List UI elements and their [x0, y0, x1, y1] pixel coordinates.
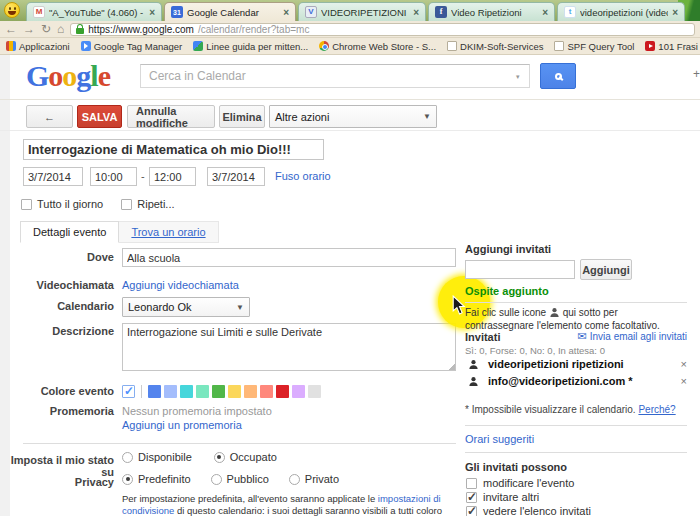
youtube-icon [645, 41, 655, 51]
color-swatch[interactable] [244, 385, 257, 398]
show-me-as-label: Imposta il mio stato su [0, 454, 114, 478]
remove-guest-icon[interactable]: × [681, 375, 687, 387]
guest-name: info@videoripetizioni.com * [488, 375, 672, 387]
perm-invite-checkbox[interactable]: invitare altri [466, 491, 539, 503]
color-swatch[interactable] [260, 385, 273, 398]
repeat-checkbox[interactable]: Ripeti... [121, 198, 174, 210]
apps-grid-icon [6, 41, 16, 51]
forward-icon[interactable]: → [23, 23, 35, 35]
calendar-select[interactable]: Leonardo Ok▼ [122, 297, 250, 317]
tab-close-icon[interactable]: × [283, 7, 289, 18]
color-swatch[interactable] [212, 385, 225, 398]
facebook-favicon-icon: f [435, 6, 447, 18]
event-tabs: Dettagli evento Trova un orario [20, 221, 219, 243]
checkbox-icon [121, 199, 132, 210]
tab-event-details[interactable]: Dettagli evento [20, 221, 119, 243]
event-color-palette [148, 385, 321, 398]
browser-tab-google-calendar[interactable]: 31 Google Calendar × [164, 2, 296, 21]
back-icon[interactable]: ← [5, 23, 17, 35]
why-link[interactable]: Perché? [638, 404, 675, 415]
color-swatch[interactable] [164, 385, 177, 398]
add-guest-input[interactable] [465, 260, 575, 279]
calendar-favicon-icon: 31 [171, 6, 183, 18]
search-input[interactable] [140, 64, 530, 88]
color-swatch[interactable] [180, 385, 193, 398]
guests-can-title: Gli invitati possono [465, 461, 567, 473]
bookmark-101-frasi[interactable]: 101 Frasi Motivazionali... [645, 41, 700, 52]
description-textarea[interactable]: Interrogazione sui Limiti e sulle Deriva… [122, 323, 456, 371]
mail-favicon-icon: M [33, 6, 45, 18]
perm-see-list-checkbox[interactable]: vedere l'elenco invitati [466, 505, 591, 516]
checkbox-icon [466, 492, 477, 503]
email-guests-link[interactable]: ✉Invia email agli invitati [578, 330, 687, 343]
search-button[interactable] [540, 63, 576, 89]
color-swatch[interactable] [276, 385, 289, 398]
event-color-label: Colore evento [0, 385, 114, 397]
radio-disponibile[interactable]: Disponibile [122, 451, 192, 463]
tab-find-time[interactable]: Trova un orario [119, 221, 218, 243]
suggested-times-link[interactable]: Orari suggeriti [465, 433, 534, 445]
tab-close-icon[interactable]: × [413, 7, 419, 18]
add-reminder-link[interactable]: Aggiungi un promemoria [122, 419, 242, 431]
bookmark-dkim[interactable]: DKIM-Soft-Services [447, 41, 543, 52]
checkbox-icon [466, 506, 477, 516]
browser-tab-twitter[interactable]: t videoripetizioni (videorip) su × [557, 2, 685, 21]
bookmark-google-tag-manager[interactable]: Google Tag Manager [81, 41, 183, 52]
save-button[interactable]: SALVA [77, 105, 122, 128]
bookmark-applicazioni[interactable]: Applicazioni [6, 41, 70, 52]
tab-close-icon[interactable]: × [542, 7, 548, 18]
start-date-input[interactable] [23, 167, 83, 186]
radio-pubblico[interactable]: Pubblico [211, 473, 269, 485]
all-day-checkbox[interactable]: Tutto il giorno [21, 198, 103, 210]
person-icon[interactable] [468, 359, 479, 370]
bookmark-spf[interactable]: SPF Query Tool [554, 41, 634, 52]
home-icon[interactable]: ⌂ [57, 23, 64, 35]
delete-button[interactable]: Elimina [219, 105, 265, 128]
person-icon[interactable] [468, 376, 479, 387]
tab-close-icon[interactable]: × [149, 7, 155, 18]
bookmark-linee-guida[interactable]: Linee guida per mitten... [193, 41, 308, 52]
default-color-checkbox[interactable] [122, 385, 135, 398]
video-call-label: Videochiamata [0, 279, 114, 291]
tab-label: VIDEORIPETIZIONI - IMPARA [321, 7, 409, 18]
show-me-as-options: Disponibile Occupato [122, 451, 277, 463]
color-swatch[interactable] [308, 385, 321, 398]
browser-tab-youtube[interactable]: M "A_YouTube" (4.060) - video × [26, 2, 162, 21]
remove-guest-icon[interactable]: × [681, 358, 687, 370]
calendar-label: Calendario [0, 300, 114, 312]
color-swatch[interactable] [292, 385, 305, 398]
radio-predefinito[interactable]: Predefinito [122, 473, 191, 485]
color-swatch[interactable] [196, 385, 209, 398]
url-bar[interactable]: https://www.google.com/calendar/render?t… [70, 23, 695, 36]
profile-plus: + [693, 67, 700, 81]
reload-icon[interactable]: ↻ [41, 23, 51, 35]
radio-privato[interactable]: Privato [289, 473, 339, 485]
bookmark-chrome-web-store[interactable]: Chrome Web Store - S... [319, 41, 436, 52]
start-time-input[interactable] [90, 167, 137, 186]
back-to-calendar-button[interactable]: ← [26, 105, 73, 128]
end-date-input[interactable] [207, 167, 265, 186]
smiley-icon [4, 2, 20, 18]
search-dropdown-icon[interactable]: ▾ [516, 73, 520, 81]
chevron-down-icon: ▼ [236, 303, 244, 312]
perm-modify-checkbox[interactable]: modificare l'evento [466, 477, 574, 489]
add-video-call-link[interactable]: Aggiungi videochiamata [122, 279, 239, 291]
timezone-link[interactable]: Fuso orario [275, 170, 331, 182]
add-guest-button[interactable]: Aggiungi [580, 259, 632, 280]
browser-tab-videoripetizioni[interactable]: V VIDEORIPETIZIONI - IMPARA × [298, 2, 426, 21]
event-title-input[interactable] [23, 139, 324, 160]
guest-added-toast: Ospite aggiunto [465, 285, 549, 297]
optional-guest-hint: Fai clic sulle icone qui sotto per contr… [465, 306, 689, 332]
browser-tab-facebook[interactable]: f Video Ripetizioni × [428, 2, 555, 21]
where-input[interactable] [122, 248, 456, 267]
radio-occupato[interactable]: Occupato [214, 451, 277, 463]
end-time-input[interactable] [149, 167, 196, 186]
color-swatch[interactable] [148, 385, 161, 398]
more-actions-select[interactable]: Altre azioni▼ [269, 105, 437, 128]
tab-close-icon[interactable]: × [672, 7, 678, 18]
color-swatch[interactable] [228, 385, 241, 398]
discard-changes-button[interactable]: Annulla modifiche [127, 105, 215, 128]
textarea-resize-handle[interactable] [448, 363, 455, 370]
calendar-unavailable-note: * Impossibile visualizzare il calendario… [465, 404, 676, 415]
page-icon [554, 41, 564, 51]
